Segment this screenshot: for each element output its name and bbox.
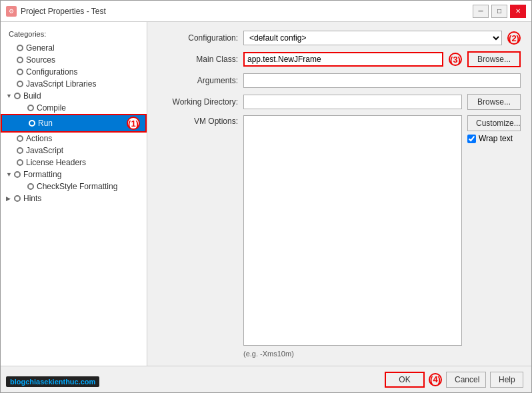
cancel-button[interactable]: Cancel xyxy=(446,372,486,388)
arguments-label: Arguments: xyxy=(158,76,238,85)
wrap-text-checkbox[interactable] xyxy=(467,135,476,143)
sidebar-item-javascript-libraries[interactable]: JavaScript Libraries xyxy=(1,78,147,90)
main-class-row: Main Class: (3) Browse... xyxy=(158,51,521,67)
sidebar: Categories: General Sources Configuratio… xyxy=(1,22,147,366)
sidebar-item-general[interactable]: General xyxy=(1,42,147,54)
configuration-row: Configuration: <default config> (2) xyxy=(158,30,521,46)
right-buttons-col: Customize... Wrap text xyxy=(467,115,521,358)
vm-options-example: (e.g. -Xms10m) xyxy=(243,350,462,358)
browse-main-class-button[interactable]: Browse... xyxy=(467,51,521,67)
title-bar: ⚙ Project Properties - Test ─ □ ✕ xyxy=(1,1,531,22)
working-directory-label: Working Directory: xyxy=(158,97,238,107)
tree-dot-icon xyxy=(17,45,23,51)
ok-button[interactable]: OK xyxy=(385,372,425,388)
tree-dot-icon xyxy=(17,159,23,166)
sidebar-item-sources[interactable]: Sources xyxy=(1,54,147,66)
main-window: ⚙ Project Properties - Test ─ □ ✕ Catego… xyxy=(0,0,532,393)
vm-options-textarea[interactable] xyxy=(243,115,462,346)
vm-options-area: (e.g. -Xms10m) xyxy=(243,115,462,358)
sidebar-item-configurations[interactable]: Configurations xyxy=(1,66,147,78)
annotation-4: (4) xyxy=(429,373,442,386)
tree-dot-icon xyxy=(17,69,23,75)
sidebar-label-sources: Sources xyxy=(26,55,141,65)
main-class-input[interactable] xyxy=(243,52,443,67)
sidebar-label-general: General xyxy=(26,43,141,53)
sidebar-label-configurations: Configurations xyxy=(26,67,141,77)
tree-dot-icon xyxy=(17,57,23,63)
configuration-label: Configuration: xyxy=(158,33,238,43)
tree-dot-icon xyxy=(14,93,21,99)
minimize-button[interactable]: ─ xyxy=(473,5,489,18)
title-bar-controls: ─ □ ✕ xyxy=(473,5,526,18)
sidebar-item-run[interactable]: Run (1) xyxy=(1,114,147,133)
wrap-text-label[interactable]: Wrap text xyxy=(479,134,513,143)
categories-label: Categories: xyxy=(1,27,147,42)
watermark: blogchiasekienthuc.com xyxy=(6,376,99,387)
sidebar-item-checkstyle-formatting[interactable]: CheckStyle Formatting xyxy=(1,181,147,193)
sidebar-item-compile[interactable]: Compile xyxy=(1,102,147,114)
main-panel: Configuration: <default config> (2) Main… xyxy=(147,22,531,366)
wrap-text-row: Wrap text xyxy=(467,134,521,143)
sidebar-label-compile: Compile xyxy=(37,103,141,113)
annotation-3: (3) xyxy=(449,53,462,66)
sidebar-label-hints: Hints xyxy=(23,194,141,203)
sidebar-label-javascript: JavaScript xyxy=(26,146,141,155)
vm-options-label: VM Options: xyxy=(158,115,238,358)
customize-button[interactable]: Customize... xyxy=(467,115,521,131)
working-directory-input[interactable] xyxy=(243,95,462,109)
configuration-select[interactable]: <default config> xyxy=(243,31,502,45)
arguments-row: Arguments: xyxy=(158,73,521,89)
tree-dot-icon xyxy=(29,120,35,127)
vm-options-row: VM Options: (e.g. -Xms10m) Customize... … xyxy=(158,115,521,358)
annotation-1: (1) xyxy=(127,117,140,130)
close-button[interactable]: ✕ xyxy=(510,5,526,18)
tree-dot-icon xyxy=(17,81,23,87)
expand-arrow-icon: ▼ xyxy=(6,171,14,178)
main-class-label: Main Class: xyxy=(158,55,238,64)
sidebar-item-hints[interactable]: ▶ Hints xyxy=(1,193,147,204)
tree-dot-icon xyxy=(17,147,23,154)
sidebar-label-checkstyle: CheckStyle Formatting xyxy=(37,182,141,191)
tree-dot-icon xyxy=(14,195,21,202)
bottom-bar: blogchiasekienthuc.com OK (4) Cancel Hel… xyxy=(1,366,531,392)
tree-dot-icon xyxy=(14,171,21,178)
sidebar-label-formatting: Formatting xyxy=(23,170,141,179)
content-area: Categories: General Sources Configuratio… xyxy=(1,22,531,366)
window-icon: ⚙ xyxy=(6,6,17,17)
expand-arrow-icon: ▼ xyxy=(6,93,14,99)
maximize-button[interactable]: □ xyxy=(491,5,507,18)
sidebar-item-license-headers[interactable]: License Headers xyxy=(1,157,147,169)
tree-dot-icon xyxy=(27,183,34,190)
tree-dot-icon xyxy=(17,135,23,142)
expand-arrow-icon: ▶ xyxy=(6,195,14,202)
sidebar-item-javascript[interactable]: JavaScript xyxy=(1,145,147,157)
sidebar-label-build: Build xyxy=(23,91,141,101)
sidebar-item-actions[interactable]: Actions xyxy=(1,133,147,145)
sidebar-label-actions: Actions xyxy=(26,134,141,143)
help-button[interactable]: Help xyxy=(490,372,523,388)
sidebar-label-javascript-libraries: JavaScript Libraries xyxy=(26,79,141,89)
annotation-2: (2) xyxy=(507,31,521,45)
browse-working-dir-button[interactable]: Browse... xyxy=(467,94,521,110)
sidebar-label-run: Run xyxy=(38,119,124,128)
sidebar-item-build[interactable]: ▼ Build xyxy=(1,90,147,102)
tree-dot-icon xyxy=(27,105,34,111)
working-directory-row: Working Directory: Browse... xyxy=(158,94,521,110)
sidebar-label-license-headers: License Headers xyxy=(26,158,141,167)
sidebar-item-formatting[interactable]: ▼ Formatting xyxy=(1,169,147,181)
window-title: Project Properties - Test xyxy=(21,7,106,16)
arguments-input[interactable] xyxy=(243,73,521,88)
title-bar-left: ⚙ Project Properties - Test xyxy=(6,6,106,17)
